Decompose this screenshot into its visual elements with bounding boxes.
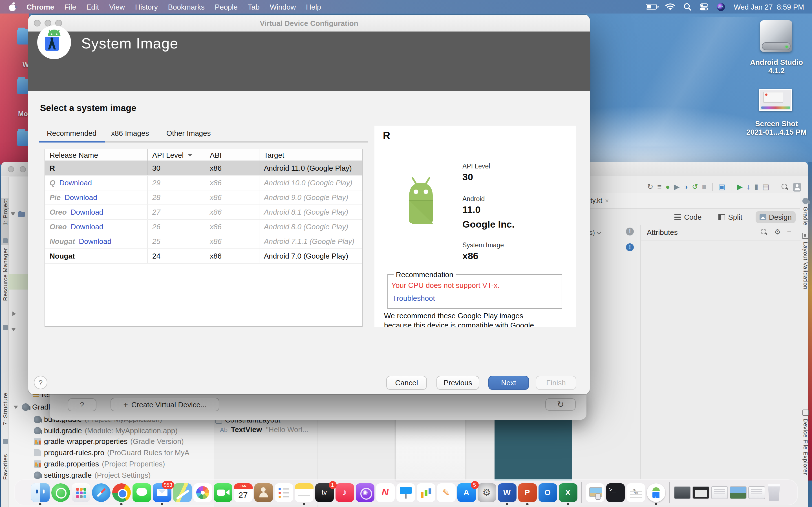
sync-project-icon[interactable]: ↻	[647, 182, 654, 191]
blueprint-surface-preview[interactable]	[495, 409, 572, 481]
create-virtual-device-button[interactable]: + Create Virtual Device...	[110, 398, 219, 411]
menu-help[interactable]: Help	[306, 3, 321, 11]
dialog-help-button[interactable]: ?	[34, 376, 47, 389]
dock-calendar[interactable]: JAN27	[234, 483, 252, 502]
dock-photos[interactable]	[193, 483, 212, 502]
system-image-row-q-29[interactable]: QDownload29x86Android 10.0 (Google Play)	[45, 176, 362, 190]
tree-item-proguard-rules-pro[interactable]: proguard-rules.pro(ProGuard Rules for My…	[9, 447, 190, 458]
dock-outlook[interactable]: O	[538, 483, 557, 502]
dock-pages[interactable]: ✎	[437, 483, 455, 502]
menu-edit[interactable]: Edit	[86, 3, 99, 11]
column-api-level[interactable]: API Level	[148, 149, 205, 161]
menu-chrome[interactable]: Chrome	[27, 3, 54, 11]
dock-excel[interactable]: X	[559, 483, 577, 502]
dock-messages[interactable]	[132, 483, 151, 502]
device-manager-icon[interactable]: ▮	[754, 182, 758, 191]
battery-icon[interactable]	[646, 4, 657, 10]
apple-logo-icon[interactable]	[9, 3, 16, 11]
component-tree-textview[interactable]: Ab TextView "Hello Worl...	[220, 425, 308, 434]
tab-close-icon[interactable]: ×	[605, 197, 609, 204]
troubleshoot-link[interactable]: Troubleshoot	[393, 294, 435, 302]
dock-min-window-1[interactable]	[673, 486, 691, 499]
tree-chevron-icon[interactable]	[11, 212, 15, 216]
tree-item-gradle-wrapper-properties[interactable]: gradle-wrapper.properties(Gradle Version…	[9, 436, 184, 447]
local-changes-icon[interactable]: ≡	[657, 182, 661, 191]
menu-view[interactable]: View	[109, 3, 125, 11]
device-selector[interactable]: s)	[589, 229, 601, 237]
dock-music[interactable]: ♪	[335, 483, 354, 502]
spotlight-search-icon[interactable]	[683, 3, 691, 11]
dock-notes[interactable]	[295, 483, 313, 502]
download-link[interactable]: Download	[79, 237, 112, 245]
ide-editor-tab[interactable]: ty.kt×	[591, 196, 609, 205]
previous-button[interactable]: Previous	[437, 376, 479, 390]
minimize-panel-icon[interactable]: −	[787, 228, 791, 236]
dock-launchpad[interactable]	[71, 483, 90, 502]
column-release-name[interactable]: Release Name	[45, 149, 148, 161]
siri-icon[interactable]	[717, 3, 725, 11]
mode-design[interactable]: Design	[755, 211, 796, 223]
avd-help-button[interactable]: ?	[68, 398, 96, 411]
tool-button-structure[interactable]: 7: Structure	[2, 393, 8, 425]
tab-other-images[interactable]: Other Images	[166, 129, 211, 137]
menu-history[interactable]: History	[135, 3, 158, 11]
mode-code[interactable]: Code	[670, 211, 705, 223]
ide-minimize-button[interactable]	[20, 166, 26, 172]
dock-contacts[interactable]	[254, 483, 273, 502]
dock-system-preferences[interactable]: ⚙	[477, 483, 496, 502]
dock-apple-tv[interactable]: tv1	[315, 483, 334, 502]
sdk-manager-icon[interactable]: ▤	[762, 182, 769, 191]
dock-app-store[interactable]: A5	[457, 483, 476, 502]
tree-chevron-icon[interactable]	[12, 312, 16, 316]
menu-bookmarks[interactable]: Bookmarks	[168, 3, 205, 11]
next-button[interactable]: Next	[488, 376, 529, 390]
layout-validation-icon[interactable]	[802, 233, 809, 239]
profiler-icon[interactable]: ◑	[683, 182, 688, 191]
dock-finder[interactable]	[31, 483, 49, 502]
system-image-row-oreo-26[interactable]: OreoDownload26x86Android 8.0 (Google Pla…	[45, 220, 362, 234]
gradle-download-icon[interactable]: ↓	[747, 182, 750, 191]
dock-android-studio[interactable]	[647, 483, 665, 502]
dock-trash[interactable]	[767, 484, 781, 501]
project-structure-icon[interactable]: ▣	[718, 182, 725, 191]
tree-chevron-icon[interactable]	[11, 328, 16, 331]
column-abi[interactable]: ABI	[205, 149, 259, 161]
search-everywhere-icon[interactable]	[781, 183, 789, 191]
menubar-clock[interactable]: Wed Jan 27 8:59 PM	[733, 3, 804, 11]
cancel-button[interactable]: Cancel	[386, 376, 427, 390]
tab-x86-images[interactable]: x86 Images	[111, 129, 149, 137]
menu-window[interactable]: Window	[270, 3, 296, 11]
download-link[interactable]: Download	[71, 208, 103, 216]
dock-maps[interactable]	[173, 483, 192, 502]
dock-keynote[interactable]	[396, 483, 415, 502]
dock-min-photo[interactable]	[729, 486, 746, 499]
dock-min-doc-1[interactable]	[711, 486, 728, 499]
avd-refresh-button[interactable]: ↻	[545, 398, 576, 411]
mode-split[interactable]: Split	[714, 211, 746, 223]
tab-recommended[interactable]: Recommended	[47, 129, 96, 137]
system-image-row-nougat-25[interactable]: NougatDownload25x86Android 7.1.1 (Google…	[45, 234, 362, 249]
control-center-icon[interactable]	[700, 3, 708, 10]
ide-close-button[interactable]	[8, 166, 14, 172]
dock-whatsapp[interactable]	[51, 483, 70, 502]
gradle-sync-icon[interactable]: ↺	[692, 182, 698, 191]
dock-powerpoint[interactable]: P	[518, 483, 537, 502]
desktop-screenshot-icon[interactable]	[759, 89, 792, 111]
tree-item-gradle-properties[interactable]: gradle.properties(Project Properties)	[9, 459, 165, 469]
finish-button[interactable]: Finish	[536, 376, 576, 390]
tool-button-gradle[interactable]: Gradle	[802, 207, 809, 226]
download-link[interactable]: Download	[71, 223, 103, 231]
tree-selected-row[interactable]	[8, 274, 28, 290]
dock-mail[interactable]: 953	[153, 483, 171, 502]
tool-button-device-file-explorer[interactable]: Device File Explorer	[802, 418, 809, 479]
tree-item-gradle-scripts[interactable]: Gradl	[9, 402, 50, 412]
dock-terminal[interactable]: >_	[606, 483, 624, 502]
device-file-explorer-icon[interactable]	[802, 409, 809, 416]
dock-facetime[interactable]	[213, 483, 232, 502]
system-image-row-pie-28[interactable]: PieDownload28x86Android 9.0 (Google Play…	[45, 190, 362, 205]
dock-textedit[interactable]: ✎	[626, 483, 645, 502]
desktop-drive-icon[interactable]	[760, 20, 792, 52]
dock-min-doc-2[interactable]	[748, 486, 765, 499]
info-icon[interactable]: !	[626, 243, 634, 251]
dock-min-window-2[interactable]	[692, 486, 709, 499]
